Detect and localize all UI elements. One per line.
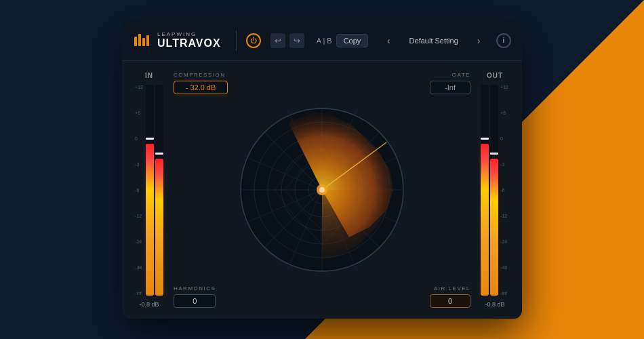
scale-12: +12 (135, 85, 143, 89)
scale-48: -48 (135, 265, 143, 270)
plugin-window: LEAPWING ULTRAVOX ⏻ ↩ ↪ A | B Copy ‹ Def… (122, 20, 522, 319)
out-handle-right (490, 153, 498, 155)
out-vu-bars (481, 85, 498, 296)
scale-inf: -inf (135, 291, 143, 296)
copy-button[interactable]: Copy (336, 34, 369, 47)
main-content: IN +12 +6 0 -3 -6 -12 -24 -48 -inf (122, 61, 522, 319)
app-name: ULTRAVOX (157, 37, 221, 49)
gate-group: GATE -Inf (430, 72, 470, 94)
radar-visualization (234, 102, 410, 278)
scale-24: -24 (135, 239, 143, 244)
center-content: COMPRESSION - 32.0 dB GATE -Inf (174, 72, 470, 308)
in-bar-right-fill (155, 159, 163, 296)
power-button[interactable]: ⏻ (246, 33, 261, 48)
harmonics-label: HARMONICS (174, 285, 216, 292)
bottom-controls: HARMONICS 0 AIR LEVEL 0 (174, 285, 470, 308)
out-bar-right-fill (490, 159, 498, 296)
header: LEAPWING ULTRAVOX ⏻ ↩ ↪ A | B Copy ‹ Def… (122, 20, 522, 61)
in-vu-bars (146, 85, 163, 296)
logo-area: LEAPWING ULTRAVOX (133, 31, 221, 50)
in-scale-marks: +12 +6 0 -3 -6 -12 -24 -48 -inf (135, 85, 143, 296)
harmonics-group: HARMONICS 0 (174, 285, 216, 308)
scale-3: -3 (135, 162, 143, 167)
gate-label: GATE (452, 72, 470, 78)
svg-point-22 (319, 187, 325, 193)
undo-button[interactable]: ↩ (270, 33, 285, 48)
out-meter-container: +12 +6 0 -3 -6 -12 -24 -48 -inf (481, 85, 509, 296)
compression-label: COMPRESSION (174, 72, 228, 78)
brand-name: LEAPWING (157, 31, 221, 37)
gate-value[interactable]: -Inf (430, 81, 470, 94)
scale-0: 0 (135, 136, 143, 141)
in-bar-left-fill (146, 144, 154, 296)
svg-rect-1 (138, 34, 141, 46)
preset-name: Default Setting (400, 37, 468, 45)
out-meter-label: OUT (487, 72, 503, 79)
scale-6: +6 (135, 111, 143, 115)
air-value[interactable]: 0 (430, 294, 470, 308)
in-bar-right (155, 85, 163, 296)
logo-text: LEAPWING ULTRAVOX (157, 31, 221, 49)
out-bar-left (481, 85, 489, 296)
in-handle-left (146, 138, 154, 140)
preset-next-button[interactable]: › (473, 34, 485, 47)
in-bar-left (146, 85, 154, 296)
air-label: AIR LEVEL (434, 285, 470, 292)
svg-rect-2 (142, 38, 145, 46)
in-meter-container: +12 +6 0 -3 -6 -12 -24 -48 -inf (135, 85, 163, 296)
out-bar-right (490, 85, 498, 296)
radar-container (174, 101, 470, 279)
compression-value[interactable]: - 32.0 dB (174, 81, 228, 94)
air-group: AIR LEVEL 0 (430, 285, 470, 308)
preset-prev-button[interactable]: ‹ (383, 34, 395, 47)
header-divider (236, 31, 237, 51)
ab-label: A | B (317, 37, 332, 45)
redo-button[interactable]: ↪ (289, 33, 304, 48)
svg-rect-0 (134, 37, 137, 46)
in-handle-right (155, 153, 163, 155)
svg-rect-3 (146, 35, 149, 46)
ab-section: A | B Copy (317, 34, 369, 47)
info-button[interactable]: i (496, 33, 511, 48)
compression-group: COMPRESSION - 32.0 dB (174, 72, 228, 94)
top-controls: COMPRESSION - 32.0 dB GATE -Inf (174, 72, 470, 94)
preset-nav: ‹ Default Setting › (378, 34, 489, 47)
out-scale-marks: +12 +6 0 -3 -6 -12 -24 -48 -inf (500, 85, 508, 296)
out-db-label: -0.8 dB (485, 301, 504, 308)
header-controls: ↩ ↪ (270, 33, 304, 48)
in-meter-label: IN (145, 72, 153, 79)
in-meter-section: IN +12 +6 0 -3 -6 -12 -24 -48 -inf (133, 72, 165, 308)
logo-icon (133, 31, 152, 50)
out-bar-left-fill (481, 144, 489, 296)
out-meter-section: OUT +12 +6 0 -3 -6 (479, 72, 511, 308)
in-db-label: -0.8 dB (139, 301, 159, 308)
out-handle-left (481, 138, 489, 140)
scale-6n: -6 (135, 188, 143, 193)
harmonics-value[interactable]: 0 (174, 294, 216, 308)
scale-12n: -12 (135, 214, 143, 218)
